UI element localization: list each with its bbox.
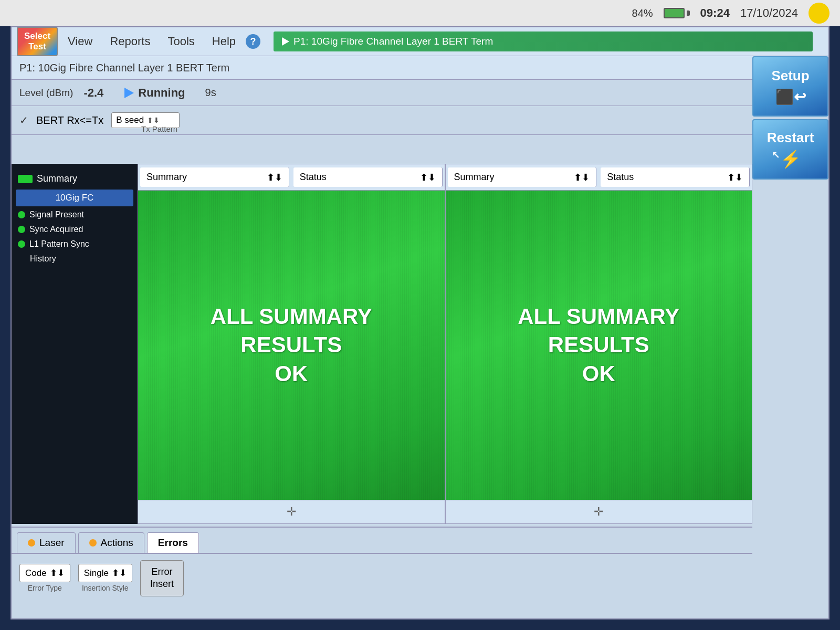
panel-right-dropdown1[interactable]: Summary ⬆⬇ bbox=[448, 167, 597, 187]
tab-actions[interactable]: Actions bbox=[78, 532, 144, 553]
panels-container: Summary ⬆⬇ Status ⬆⬇ ALL SUMMARY RESULTS… bbox=[138, 164, 752, 524]
move-icon-left[interactable]: ✛ bbox=[287, 505, 296, 519]
bottom-tabs: Laser Actions Errors bbox=[12, 528, 752, 554]
insertion-style-col: Single ⬆⬇ Insertion Style bbox=[78, 564, 132, 592]
lightning-icon: ⚡ bbox=[780, 149, 801, 169]
panel-right-dropdown2[interactable]: Status ⬆⬇ bbox=[601, 167, 750, 187]
running-indicator: Running 9s bbox=[124, 86, 216, 100]
bert-label: BERT Rx<=Tx bbox=[36, 114, 103, 127]
insertion-style-label: Insertion Style bbox=[82, 584, 129, 592]
status-indicator bbox=[808, 3, 830, 24]
bottom-bar: Laser Actions Errors Code ⬆⬇ Error Type … bbox=[12, 527, 752, 618]
panel-right-results: ALL SUMMARY RESULTS OK bbox=[518, 302, 679, 388]
sidebar-10gig-item[interactable]: 10Gig FC bbox=[16, 190, 133, 206]
panel-right-dropdown2-label: Status bbox=[607, 172, 634, 183]
bottom-controls: Code ⬆⬇ Error Type Single ⬆⬇ Insertion S… bbox=[12, 554, 752, 603]
panel-right-dropdown1-label: Summary bbox=[454, 172, 495, 183]
result-line3-r: OK bbox=[518, 360, 679, 388]
menu-tools[interactable]: Tools bbox=[160, 32, 202, 51]
menu-reports[interactable]: Reports bbox=[102, 32, 158, 51]
battery-icon bbox=[664, 8, 690, 18]
error-insert-line1: Error bbox=[150, 566, 174, 578]
chevron-down-icon-4: ⬆⬇ bbox=[727, 172, 743, 183]
time-elapsed: 9s bbox=[205, 87, 216, 99]
sync-acquired-indicator bbox=[18, 226, 25, 233]
panel-left-body: ALL SUMMARY RESULTS OK bbox=[138, 191, 445, 500]
chevron-down-icon-2: ⬆⬇ bbox=[420, 172, 436, 183]
help-icon-button[interactable]: ? bbox=[246, 34, 260, 49]
time-display: 09:24 bbox=[700, 6, 730, 20]
l1-pattern-indicator bbox=[18, 240, 25, 248]
error-type-col: Code ⬆⬇ Error Type bbox=[19, 564, 70, 592]
level-bar: Level (dBm) -2.4 Running 9s bbox=[12, 80, 828, 106]
move-icon-right[interactable]: ✛ bbox=[594, 505, 603, 519]
tab-laser[interactable]: Laser bbox=[17, 532, 76, 553]
battery-percent: 84% bbox=[632, 7, 653, 19]
error-insert-col: Error Insert bbox=[140, 560, 184, 596]
setup-label: Setup bbox=[771, 68, 809, 84]
result-line2: RESULTS bbox=[211, 331, 372, 360]
panel-left: Summary ⬆⬇ Status ⬆⬇ ALL SUMMARY RESULTS… bbox=[138, 164, 445, 524]
panel-left-dropdown1-label: Summary bbox=[146, 172, 187, 183]
chevron-down-icon-3: ⬆⬇ bbox=[574, 172, 590, 183]
results-area: Summary ⬆⬇ Status ⬆⬇ ALL SUMMARY RESULTS… bbox=[138, 164, 752, 524]
setup-icon: ⬛↩ bbox=[775, 88, 806, 106]
level-label: Level (dBm) bbox=[19, 87, 73, 99]
insertion-style-dropdown[interactable]: Single ⬆⬇ bbox=[78, 564, 132, 582]
panel-right: Summary ⬆⬇ Status ⬆⬇ ALL SUMMARY RESULTS… bbox=[445, 164, 753, 524]
laser-tab-dot bbox=[28, 539, 35, 547]
sidebar-summary-label: Summary bbox=[37, 173, 77, 184]
result-line1: ALL SUMMARY bbox=[211, 302, 372, 331]
left-sidebar: Summary 10Gig FC Signal Present Sync Acq… bbox=[12, 164, 138, 524]
running-play-icon bbox=[124, 88, 134, 98]
error-type-value: Code bbox=[25, 568, 47, 579]
subtitle-bar: P1: 10Gig Fibre Channel Layer 1 BERT Ter… bbox=[12, 56, 828, 80]
test-name-bar: P1: 10Gig Fibre Channel Layer 1 BERT Ter… bbox=[274, 32, 813, 51]
date-display: 17/10/2024 bbox=[740, 6, 798, 20]
setup-button[interactable]: Setup ⬛↩ bbox=[752, 56, 828, 117]
sidebar-l1-pattern-sync[interactable]: L1 Pattern Sync bbox=[12, 237, 138, 251]
bert-checkbox[interactable]: ✓ bbox=[19, 114, 28, 127]
result-line2-r: RESULTS bbox=[518, 331, 679, 360]
tx-pattern-label: Tx Pattern bbox=[141, 124, 177, 133]
sidebar-signal-present[interactable]: Signal Present bbox=[12, 207, 138, 222]
select-test-button[interactable]: Select Test bbox=[17, 27, 58, 57]
sidebar-history[interactable]: History bbox=[12, 251, 138, 266]
subtitle-text: P1: 10Gig Fibre Channel Layer 1 BERT Ter… bbox=[19, 62, 229, 74]
panel-left-dropdown2-label: Status bbox=[300, 172, 327, 183]
tab-actions-label: Actions bbox=[101, 537, 133, 549]
sync-acquired-label: Sync Acquired bbox=[29, 225, 83, 234]
result-line1-r: ALL SUMMARY bbox=[518, 302, 679, 331]
error-type-dropdown[interactable]: Code ⬆⬇ bbox=[19, 564, 70, 582]
l1-pattern-label: L1 Pattern Sync bbox=[29, 239, 89, 249]
signal-present-indicator bbox=[18, 211, 25, 218]
tab-errors[interactable]: Errors bbox=[147, 532, 199, 553]
test-name-label: P1: 10Gig Fibre Channel Layer 1 BERT Ter… bbox=[293, 36, 493, 47]
panel-left-dropdown1[interactable]: Summary ⬆⬇ bbox=[140, 167, 289, 187]
panel-right-footer: ✛ bbox=[446, 500, 752, 523]
menu-help[interactable]: Help bbox=[205, 32, 243, 51]
error-type-label: Error Type bbox=[28, 584, 62, 592]
app-container: Select Test View Reports Tools Help ? P1… bbox=[10, 26, 830, 620]
play-icon bbox=[282, 37, 289, 46]
panel-left-header: Summary ⬆⬇ Status ⬆⬇ bbox=[138, 164, 445, 191]
menu-bar: Select Test View Reports Tools Help ? P1… bbox=[12, 27, 828, 56]
tab-laser-label: Laser bbox=[39, 537, 65, 549]
menu-view[interactable]: View bbox=[60, 32, 100, 51]
insertion-style-value: Single bbox=[84, 568, 109, 579]
panel-left-footer: ✛ bbox=[138, 500, 445, 523]
error-insert-line2: Insert bbox=[150, 578, 174, 590]
restart-label: Restart bbox=[767, 130, 814, 146]
sidebar-sync-acquired[interactable]: Sync Acquired bbox=[12, 222, 138, 237]
actions-tab-dot bbox=[89, 539, 97, 547]
panel-left-results: ALL SUMMARY RESULTS OK bbox=[211, 302, 372, 388]
sidebar-summary-item[interactable]: Summary bbox=[12, 169, 138, 188]
panel-right-body: ALL SUMMARY RESULTS OK bbox=[446, 191, 752, 500]
signal-present-label: Signal Present bbox=[29, 210, 84, 219]
error-insert-button[interactable]: Error Insert bbox=[140, 560, 184, 596]
main-content: Summary 10Gig FC Signal Present Sync Acq… bbox=[12, 164, 752, 524]
panel-left-dropdown2[interactable]: Status ⬆⬇ bbox=[293, 167, 443, 187]
summary-status-indicator bbox=[18, 175, 33, 183]
restart-button[interactable]: Restart ⚡ ↖ bbox=[752, 119, 828, 180]
system-bar: 84% 09:24 17/10/2024 bbox=[0, 0, 840, 26]
